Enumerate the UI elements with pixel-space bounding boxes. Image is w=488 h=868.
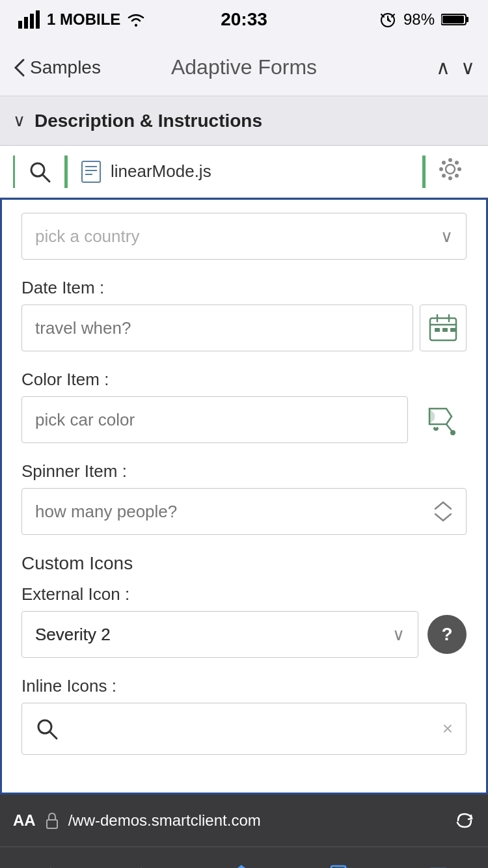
calendar-icon[interactable] [420, 305, 467, 351]
spinner-controls[interactable] [433, 500, 453, 522]
spinner-input[interactable] [35, 502, 433, 522]
lock-icon [45, 811, 59, 830]
svg-point-21 [455, 161, 459, 165]
color-picker-icon[interactable] [414, 396, 467, 443]
svg-point-18 [439, 167, 443, 171]
svg-point-17 [448, 176, 452, 180]
bottom-nav [0, 847, 488, 868]
status-right: 98% [379, 10, 470, 29]
external-icon-field: External Icon : Severity 2 Severity 2 ∨ … [21, 584, 467, 658]
back-nav-button[interactable] [36, 865, 60, 869]
svg-rect-1 [24, 17, 28, 29]
settings-button[interactable] [426, 157, 475, 185]
country-select-wrapper[interactable]: pick a country ∨ [21, 213, 467, 260]
svg-rect-30 [450, 328, 455, 332]
custom-icons-section: Custom Icons External Icon : Severity 2 … [21, 553, 467, 755]
svg-rect-11 [82, 161, 100, 182]
date-field: Date Item : [21, 278, 467, 351]
svg-rect-8 [442, 16, 464, 23]
battery-icon [441, 12, 470, 27]
url-bar[interactable]: AA /ww-demos.smartclient.com [0, 794, 488, 847]
status-time: 20:33 [221, 9, 267, 30]
url-aa-button[interactable]: AA [13, 811, 36, 830]
svg-point-16 [448, 158, 452, 162]
date-wrapper [21, 305, 467, 351]
svg-rect-28 [435, 328, 440, 332]
wifi-icon [126, 12, 146, 27]
calendar-svg [428, 313, 458, 343]
status-left: 1 MOBILE [18, 10, 146, 29]
bookmarks-button[interactable] [327, 863, 353, 869]
inline-icons-field: Inline Icons : × [21, 676, 467, 755]
svg-point-15 [446, 165, 455, 174]
nav-title: Adaptive Forms [171, 55, 317, 79]
nav-bar: Samples Adaptive Forms ∧ ∨ [0, 39, 488, 96]
color-input[interactable] [21, 396, 408, 443]
inline-search-icon [35, 717, 59, 740]
svg-rect-29 [442, 328, 448, 332]
color-wrapper [21, 396, 467, 443]
svg-rect-7 [466, 17, 468, 22]
inline-icons-wrapper[interactable]: × [21, 703, 467, 755]
back-nav-icon [36, 865, 60, 869]
back-label: Samples [30, 57, 101, 78]
status-bar: 1 MOBILE 20:33 98% [0, 0, 488, 39]
inline-icons-label: Inline Icons : [21, 676, 467, 696]
alarm-icon [379, 10, 397, 29]
search-icon [28, 160, 51, 183]
svg-rect-2 [30, 14, 34, 29]
search-button[interactable] [15, 156, 66, 188]
country-field: pick a country ∨ [21, 213, 467, 260]
spinner-wrapper[interactable] [21, 488, 467, 535]
gear-icon [439, 157, 462, 181]
share-icon [228, 863, 254, 869]
description-title: Description & Instructions [34, 111, 262, 131]
severity-select-wrapper[interactable]: Severity 2 Severity 2 ∨ [21, 611, 418, 658]
help-button[interactable]: ? [427, 615, 467, 654]
spinner-field: Spinner Item : [21, 461, 467, 535]
severity-chevron-icon: ∨ [392, 625, 405, 645]
inline-search-input[interactable] [65, 719, 442, 739]
back-button[interactable]: Samples [13, 57, 101, 78]
date-input[interactable] [21, 305, 413, 351]
signal-icon [18, 10, 42, 29]
spinner-label: Spinner Item : [21, 461, 467, 481]
desc-chevron-icon: ∨ [13, 111, 25, 131]
custom-icons-title: Custom Icons [21, 553, 467, 574]
svg-point-34 [450, 430, 455, 435]
external-icon-label: External Icon : [21, 584, 467, 604]
svg-point-20 [442, 161, 446, 165]
nav-up-button[interactable]: ∧ [436, 56, 450, 79]
svg-point-19 [457, 167, 461, 171]
spinner-up-icon[interactable] [433, 500, 453, 511]
clear-icon[interactable]: × [442, 718, 453, 739]
svg-line-36 [50, 732, 57, 739]
description-bar[interactable]: ∨ Description & Instructions [0, 96, 488, 146]
color-label: Color Item : [21, 370, 467, 390]
svg-line-33 [446, 424, 452, 431]
filename-label: linearMode.js [111, 161, 211, 182]
svg-rect-37 [47, 820, 57, 828]
share-button[interactable] [228, 863, 254, 869]
tabs-button[interactable] [426, 863, 452, 869]
forward-nav-button[interactable] [132, 865, 156, 869]
nav-arrows: ∧ ∨ [436, 56, 475, 79]
file-icon [81, 160, 102, 183]
reload-icon[interactable] [454, 810, 475, 831]
svg-line-10 [43, 175, 49, 182]
file-selector[interactable]: linearMode.js [68, 156, 424, 188]
svg-rect-3 [36, 10, 40, 29]
svg-marker-32 [429, 409, 435, 424]
svg-point-23 [455, 174, 459, 178]
country-select[interactable] [35, 213, 453, 259]
severity-select[interactable]: Severity 2 [35, 625, 405, 644]
carrier-label: 1 MOBILE [47, 10, 120, 29]
forward-nav-icon [132, 865, 156, 869]
svg-rect-0 [18, 21, 22, 29]
spinner-down-icon[interactable] [433, 512, 453, 522]
svg-point-4 [135, 24, 137, 27]
nav-down-button[interactable]: ∨ [461, 56, 475, 79]
url-text: /ww-demos.smartclient.com [68, 811, 445, 830]
battery-percent: 98% [403, 10, 435, 29]
bookmarks-icon [327, 863, 353, 869]
